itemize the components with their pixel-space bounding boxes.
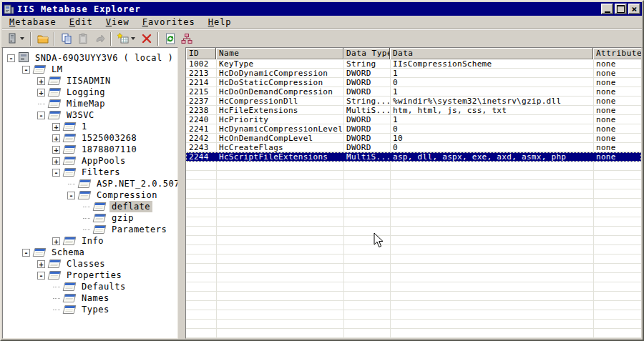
collapse-icon[interactable]: - <box>22 66 30 74</box>
menu-favorites[interactable]: Favorites <box>136 16 202 28</box>
expand-icon[interactable]: + <box>52 146 60 154</box>
tree-node-label[interactable]: Properties <box>64 270 124 281</box>
tree-node-names[interactable]: Names <box>3 292 177 304</box>
tree-node-site-1878807110[interactable]: +1878807110 <box>3 144 177 155</box>
maximize-button[interactable] <box>615 4 627 14</box>
expand-icon[interactable]: + <box>52 134 60 142</box>
table-row[interactable]: 1002KeyTypeStringIIsCompressionSchemenon… <box>186 59 641 69</box>
new-key-dropdown-icon[interactable] <box>131 37 135 40</box>
column-header-datatype[interactable]: Data Type <box>343 48 390 59</box>
tree-node-label[interactable]: Info <box>79 235 106 247</box>
menu-metabase[interactable]: Metabase <box>3 16 63 28</box>
tree-node-gzip[interactable]: gzip <box>3 212 177 224</box>
table-row[interactable]: 2242HcOnDemandCompLevelDWORD10none <box>186 134 641 143</box>
undo-button[interactable] <box>91 31 107 46</box>
connect-dropdown-icon[interactable] <box>20 37 24 40</box>
tree-node-label[interactable]: Names <box>79 292 112 304</box>
connect-server-button[interactable] <box>4 31 20 46</box>
collapse-icon[interactable]: - <box>7 54 15 62</box>
tree-node-filters[interactable]: -Filters <box>3 167 177 178</box>
tree-node-lm[interactable]: -LM <box>3 64 177 75</box>
expand-icon[interactable]: + <box>52 123 60 131</box>
minimize-button[interactable] <box>601 4 613 14</box>
tree-node-label[interactable]: Defaults <box>79 281 128 292</box>
tree-node-aspnet[interactable]: ASP.NET_2.0.50727.0 <box>3 178 177 189</box>
expand-icon[interactable]: + <box>37 89 45 97</box>
menu-edit[interactable]: Edit <box>63 16 99 28</box>
expand-icon[interactable]: + <box>37 77 45 85</box>
tree-node-info[interactable]: +Info <box>3 235 177 247</box>
tree-node-label[interactable]: Classes <box>64 258 107 270</box>
column-header-attributes[interactable]: Attributes <box>593 48 641 59</box>
tree-node-logging[interactable]: +Logging <box>3 87 177 98</box>
tree-node-schema[interactable]: -Schema <box>3 247 177 258</box>
tree-node-label[interactable]: Schema <box>49 247 87 258</box>
tree-node-label[interactable]: W3SVC <box>64 109 97 121</box>
refresh-button[interactable] <box>162 31 178 46</box>
table-row[interactable]: 2237HcCompressionDllString...%windir%\sy… <box>186 97 641 106</box>
tree-node-label[interactable]: Filters <box>79 167 122 178</box>
tree-node-label[interactable]: 1878807110 <box>79 144 139 155</box>
expand-icon[interactable]: + <box>37 260 45 268</box>
new-key-button[interactable] <box>114 31 131 46</box>
tree-node-properties[interactable]: -Properties <box>3 270 177 281</box>
tree-node-label[interactable]: 1 <box>79 121 89 132</box>
tree-view-button[interactable] <box>178 31 195 46</box>
tree-node-label[interactable]: ASP.NET_2.0.50727.0 <box>94 178 178 189</box>
collapse-icon[interactable]: - <box>37 272 45 280</box>
tree-node-label[interactable]: 1525003268 <box>79 132 139 144</box>
tree-node-label[interactable]: deflate <box>109 201 152 212</box>
table-row[interactable]: 2213HcDoDynamicCompressionDWORD1none <box>186 69 641 78</box>
expand-icon[interactable]: + <box>52 157 60 165</box>
table-row[interactable]: 2241HcDynamicCompressionLevelDWORD0none <box>186 124 641 134</box>
table-row[interactable]: 2214HcDoStaticCompressionDWORD0none <box>186 78 641 87</box>
tree-node-label[interactable]: IISADMIN <box>64 75 113 87</box>
tree-node-defaults[interactable]: Defaults <box>3 281 177 292</box>
open-folder-button[interactable] <box>34 31 51 46</box>
close-button[interactable] <box>628 4 640 14</box>
tree-node-label[interactable]: Parameters <box>109 224 169 235</box>
tree-node-deflate[interactable]: deflate <box>3 201 177 212</box>
table-row[interactable]: 2240HcPriorityDWORD1none <box>186 115 641 124</box>
expand-icon[interactable]: + <box>52 237 60 245</box>
column-header-data[interactable]: Data <box>390 48 593 59</box>
tree-node-apppools[interactable]: +AppPools <box>3 155 177 167</box>
tree-node-types[interactable]: Types <box>3 304 177 315</box>
table-row[interactable]: 2238HcFileExtensionsMultiS...htm, html, … <box>186 106 641 115</box>
tree-node-mimemap[interactable]: MimeMap <box>3 98 177 109</box>
collapse-icon[interactable]: - <box>52 169 60 177</box>
paste-button[interactable] <box>74 31 91 46</box>
tree-node-iisadmin[interactable]: +IISADMIN <box>3 75 177 87</box>
tree-node-label[interactable]: SNDA-69Q3UYY3V6 ( local ) <box>33 52 175 64</box>
tree-node-site-1525003268[interactable]: +1525003268 <box>3 132 177 144</box>
tree-node-label[interactable]: AppPools <box>79 155 128 167</box>
copy-button[interactable] <box>58 31 74 46</box>
tree-node-label[interactable]: Compression <box>94 189 160 201</box>
table-row-selected[interactable]: 2244HcScriptFileExtensionsMultiS...asp, … <box>186 152 641 162</box>
pane-splitter[interactable] <box>178 47 185 339</box>
tree-node-label[interactable]: LM <box>49 64 64 75</box>
tree-node-label[interactable]: Types <box>79 304 112 315</box>
tree-node-compression[interactable]: -Compression <box>3 189 177 201</box>
tree-node-label[interactable]: Logging <box>64 87 107 98</box>
collapse-icon[interactable]: - <box>67 192 75 199</box>
menu-view[interactable]: View <box>99 16 136 28</box>
menu-help[interactable]: Help <box>202 16 238 28</box>
tree-node-parameters[interactable]: Parameters <box>3 224 177 235</box>
tree-node-label[interactable]: MimeMap <box>64 98 107 109</box>
column-header-id[interactable]: ID <box>186 48 216 59</box>
tree-node-label[interactable]: gzip <box>109 212 136 224</box>
tree-node-server[interactable]: -SNDA-69Q3UYY3V6 ( local ) <box>3 52 177 64</box>
tree-node-site1[interactable]: +1 <box>3 121 177 132</box>
collapse-icon[interactable]: - <box>22 249 30 257</box>
delete-button[interactable] <box>138 31 155 46</box>
table-row[interactable]: 2215HcDoOnDemandCompressionDWORD1none <box>186 87 641 97</box>
title-bar[interactable]: IIS Metabase Explorer <box>2 2 642 16</box>
cell-attributes: none <box>593 106 641 115</box>
column-header-name[interactable]: Name <box>216 48 343 59</box>
collapse-icon[interactable]: - <box>37 112 45 119</box>
cell-name: HcOnDemandCompLevel <box>216 134 343 143</box>
tree-node-w3svc[interactable]: -W3SVC <box>3 109 177 121</box>
table-row[interactable]: 2243HcCreateFlagsDWORD0none <box>186 143 641 152</box>
tree-node-classes[interactable]: +Classes <box>3 258 177 270</box>
